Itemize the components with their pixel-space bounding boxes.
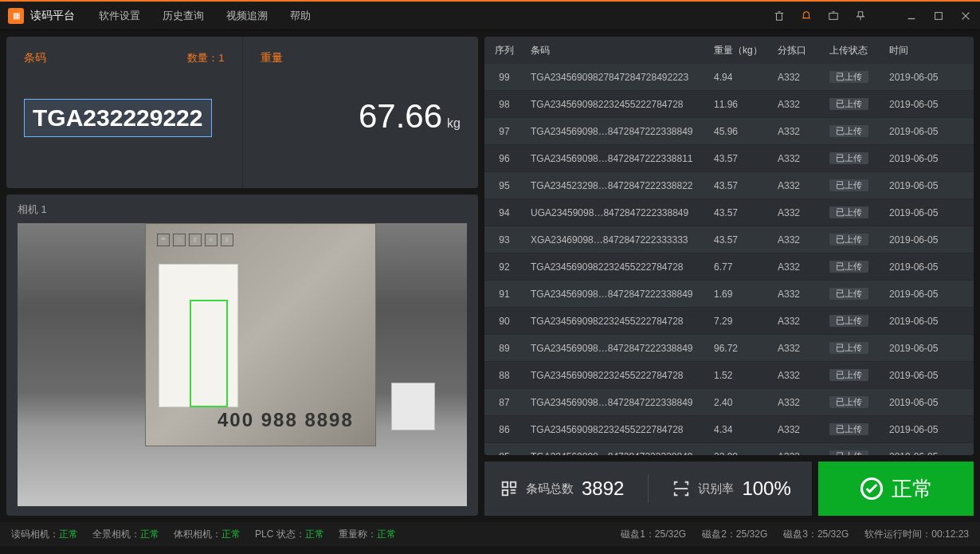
menu-settings[interactable]: 软件设置 — [99, 9, 140, 23]
maximize-icon[interactable] — [932, 10, 945, 22]
table-row[interactable]: 89TGA234569098…847284722233884996.72A332… — [484, 335, 974, 362]
cell-port: A332 — [771, 261, 823, 273]
cell-port: A332 — [771, 397, 823, 408]
status-bar: 读码相机：正常 全景相机：正常 体积相机：正常 PLC 状态：正常 重量称：正常… — [0, 522, 980, 546]
cell-port: A332 — [771, 289, 823, 300]
table-body[interactable]: 99TGA234569098278472847284922234.94A332已… — [484, 64, 974, 455]
cell-weight: 43.57 — [708, 234, 771, 246]
th-barcode: 条码 — [524, 44, 708, 57]
cell-seq: 99 — [484, 72, 524, 83]
table-row[interactable]: 94UGA23459098…847284722233884943.57A332已… — [484, 199, 974, 226]
barcode-detection-box — [190, 300, 228, 407]
package-phone: 400 988 8898 — [218, 409, 354, 431]
cell-port: A332 — [771, 72, 823, 83]
table-row[interactable]: 90TGA23456909822324552227847287.29A332已上… — [484, 308, 974, 335]
cell-barcode: TGA2345690982232455222784728 — [524, 316, 708, 327]
cell-port: A332 — [771, 424, 823, 435]
menu-history[interactable]: 历史查询 — [163, 9, 204, 23]
cell-status: 已上传 — [823, 450, 883, 455]
cell-weight: 22.90 — [708, 451, 771, 456]
table-row[interactable]: 97TGA234569098…847284722233884945.96A332… — [484, 118, 974, 145]
table-row[interactable]: 91TGA234569098…84728472223388491.69A332已… — [484, 281, 974, 308]
cell-weight: 6.77 — [708, 261, 771, 273]
cell-weight: 2.40 — [708, 397, 771, 408]
table-row[interactable]: 92TGA23456909822324552227847286.77A332已上… — [484, 253, 974, 281]
cell-seq: 86 — [484, 424, 524, 435]
menu-help[interactable]: 帮助 — [290, 9, 311, 23]
cell-weight: 1.69 — [708, 289, 771, 300]
cell-time: 2019-06-05 — [883, 126, 974, 137]
cell-seq: 93 — [484, 234, 524, 246]
check-circle-icon — [860, 477, 884, 501]
cell-time: 2019-06-05 — [883, 424, 974, 435]
cell-status: 已上传 — [823, 315, 883, 327]
app-title: 读码平台 — [30, 9, 75, 23]
package-small — [391, 383, 435, 430]
cell-time: 2019-06-05 — [883, 397, 974, 408]
cell-barcode: TGA2345690982232455222784728 — [524, 261, 708, 273]
disk2: 磁盘2：25/32G — [702, 528, 767, 541]
rate-label: 识别率 — [698, 481, 734, 497]
table-row[interactable]: 86TGA23456909822324552227847284.34A332已上… — [484, 416, 974, 443]
cell-status: 已上传 — [823, 152, 883, 164]
cell-barcode: TGA2345690982232455222784728 — [524, 424, 708, 435]
cell-time: 2019-06-05 — [883, 99, 974, 110]
camera-view[interactable]: ☂♲⬆✶⬇ 400 988 8898 — [18, 223, 467, 506]
weight-label: 重量 — [261, 51, 283, 65]
cell-port: A332 — [771, 99, 823, 110]
table-row[interactable]: 93XGA23469098…847284722233333343.57A332已… — [484, 226, 974, 253]
cell-status: 已上传 — [823, 342, 883, 354]
cell-weight: 96.72 — [708, 343, 771, 354]
cell-status: 已上传 — [823, 261, 883, 273]
cell-status: 已上传 — [823, 288, 883, 300]
menu-video[interactable]: 视频追溯 — [226, 9, 268, 23]
cell-time: 2019-06-05 — [883, 180, 974, 191]
table-row[interactable]: 87TGA234569098…84728472223388492.40A332已… — [484, 389, 974, 416]
screenshot-icon[interactable] — [827, 10, 840, 22]
table-row[interactable]: 95TGA234523298…847284722233882243.57A332… — [484, 172, 974, 199]
bell-icon[interactable] — [800, 10, 813, 22]
table-row[interactable]: 96TGA234569098…847284722233881143.57A332… — [484, 145, 974, 172]
trash-icon[interactable] — [773, 10, 786, 22]
disk1: 磁盘1：25/32G — [621, 528, 686, 541]
cell-time: 2019-06-05 — [883, 451, 974, 456]
th-status: 上传状态 — [823, 44, 883, 57]
svg-rect-6 — [503, 482, 508, 487]
table-row[interactable]: 99TGA234569098278472847284922234.94A332已… — [484, 64, 974, 91]
cell-weight: 1.52 — [708, 370, 771, 381]
minimize-icon[interactable] — [905, 10, 918, 22]
table-row[interactable]: 88TGA23456909822324552227847281.52A332已上… — [484, 362, 974, 389]
cell-seq: 94 — [484, 207, 524, 218]
cell-status: 已上传 — [823, 369, 883, 381]
th-weight: 重量（kg） — [708, 44, 771, 57]
cell-status: 已上传 — [823, 206, 883, 218]
cell-barcode: XGA23469098…8472847222333333 — [524, 234, 708, 246]
camera-label: 相机 1 — [18, 202, 467, 217]
cell-status: 已上传 — [823, 179, 883, 191]
cell-weight: 45.96 — [708, 126, 771, 137]
footer-status-4: 重量称：正常 — [339, 528, 396, 541]
cell-barcode: TGA23456909827847284728492223 — [524, 72, 708, 83]
pin-icon[interactable] — [854, 10, 867, 22]
cell-time: 2019-06-05 — [883, 370, 974, 381]
svg-rect-3 — [935, 12, 943, 19]
cell-barcode: TGA234569098…8472847222338849 — [524, 343, 708, 354]
titlebar: ▦ 读码平台 软件设置 历史查询 视频追溯 帮助 — [0, 2, 980, 30]
status-button[interactable]: 正常 — [818, 462, 974, 516]
cell-status: 已上传 — [823, 98, 883, 110]
cell-weight: 43.57 — [708, 180, 771, 191]
table-row[interactable]: 98TGA234569098223245522278472811.96A332已… — [484, 91, 974, 118]
cell-barcode: TGA234569098…8472847222338849 — [524, 289, 708, 300]
cell-seq: 98 — [484, 99, 524, 110]
current-barcode-value[interactable]: TGA232229222 — [24, 99, 212, 137]
close-icon[interactable] — [959, 10, 972, 22]
app-logo-icon: ▦ — [8, 8, 24, 24]
table-row[interactable]: 85TGA234569098…847284722233884922.90A332… — [484, 443, 974, 455]
status-text: 正常 — [892, 475, 933, 503]
cell-weight: 43.57 — [708, 207, 771, 218]
cell-port: A332 — [771, 343, 823, 354]
cell-status: 已上传 — [823, 125, 883, 137]
cell-weight: 4.34 — [708, 424, 771, 435]
cell-barcode: TGA2345690982232455222784728 — [524, 99, 708, 110]
cell-seq: 88 — [484, 370, 524, 381]
